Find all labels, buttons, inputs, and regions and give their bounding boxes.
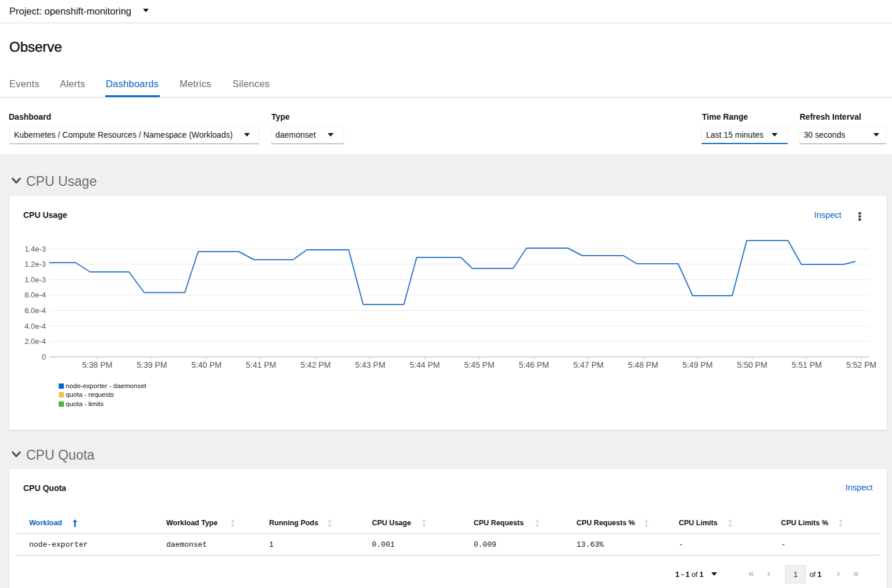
svg-text:4.0e-4: 4.0e-4 — [24, 322, 46, 331]
svg-text:0: 0 — [42, 353, 46, 361]
svg-text:1.2e-3: 1.2e-3 — [24, 260, 46, 268]
svg-text:5:44 PM: 5:44 PM — [410, 360, 440, 370]
svg-text:6.0e-4: 6.0e-4 — [24, 306, 46, 315]
svg-text:5:41 PM: 5:41 PM — [246, 360, 276, 370]
svg-text:1.0e-3: 1.0e-3 — [24, 275, 46, 284]
svg-text:5:51 PM: 5:51 PM — [791, 360, 822, 370]
svg-text:5:45 PM: 5:45 PM — [464, 360, 495, 370]
svg-text:8.0e-4: 8.0e-4 — [24, 291, 46, 299]
svg-text:5:48 PM: 5:48 PM — [628, 360, 658, 370]
svg-text:5:52 PM: 5:52 PM — [846, 360, 876, 370]
svg-text:5:38 PM: 5:38 PM — [82, 360, 112, 370]
svg-text:5:39 PM: 5:39 PM — [137, 360, 167, 370]
svg-text:2.0e-4: 2.0e-4 — [24, 337, 46, 346]
svg-text:5:47 PM: 5:47 PM — [574, 360, 604, 370]
svg-text:1.4e-3: 1.4e-3 — [24, 245, 46, 253]
svg-text:5:46 PM: 5:46 PM — [519, 360, 549, 370]
svg-text:5:42 PM: 5:42 PM — [300, 360, 331, 370]
svg-text:5:50 PM: 5:50 PM — [737, 360, 767, 370]
svg-text:5:49 PM: 5:49 PM — [682, 360, 712, 370]
svg-text:5:40 PM: 5:40 PM — [191, 360, 221, 370]
svg-text:5:43 PM: 5:43 PM — [355, 360, 385, 370]
